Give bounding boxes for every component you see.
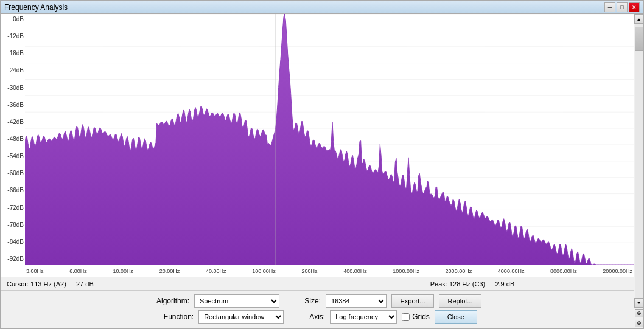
controls-row-2: Function: Rectangular windowHann windowH…: [7, 310, 628, 324]
x-axis-label: 100.00Hz: [252, 268, 276, 274]
controls-row-1: Algorithm: SpectrumPower SpectrumAutocor…: [7, 294, 628, 308]
y-axis-label: -42dB: [1, 119, 24, 125]
x-axis-label: 3.00Hz: [26, 268, 44, 274]
window-controls: ─ □ ✕: [604, 2, 640, 12]
status-bar: Cursor: 113 Hz (A2) = -27 dB Peak: 128 H…: [1, 277, 634, 290]
y-axis-label: 0dB: [1, 16, 24, 23]
x-axis-label: 400.00Hz: [343, 268, 367, 274]
chart-inner[interactable]: [25, 14, 634, 265]
x-axis-labels: 3.00Hz6.00Hz10.00Hz20.00Hz40.00Hz100.00H…: [25, 268, 634, 274]
close-button[interactable]: ✕: [629, 2, 640, 12]
zoom-icons: ⊕ ⊖: [635, 308, 643, 328]
zoom-out-icon[interactable]: ⊖: [635, 319, 643, 327]
frequency-analysis-window: Frequency Analysis ─ □ ✕ 0dB-12dB-18dB-2…: [0, 0, 644, 329]
content-area: 0dB-12dB-18dB-24dB-30dB-36dB-42dB-48dB-5…: [1, 14, 643, 328]
minimize-button[interactable]: ─: [604, 2, 615, 12]
x-axis-label: 10.00Hz: [113, 268, 133, 274]
y-axis-label: -24dB: [1, 68, 24, 74]
axis-label: Axis:: [289, 313, 325, 321]
grids-checkbox[interactable]: [402, 313, 410, 321]
replot-button[interactable]: Replot...: [439, 294, 481, 308]
scrollbar: ▲ ▼ ⊕ ⊖: [634, 14, 643, 328]
y-axis-label: -60dB: [1, 170, 24, 176]
zoom-in-icon[interactable]: ⊕: [635, 309, 643, 317]
x-axis-label: 20000.00Hz: [603, 268, 632, 274]
y-axis-label: -36dB: [1, 102, 24, 108]
algorithm-select[interactable]: SpectrumPower SpectrumAutocorrelation: [194, 294, 279, 308]
close-main-button[interactable]: Close: [435, 310, 477, 324]
scroll-down-icon[interactable]: ▼: [634, 298, 644, 308]
y-axis: 0dB-12dB-18dB-24dB-30dB-36dB-42dB-48dB-5…: [1, 14, 25, 265]
cursor-status: Cursor: 113 Hz (A2) = -27 dB: [7, 280, 317, 288]
chart-container: 0dB-12dB-18dB-24dB-30dB-36dB-42dB-48dB-5…: [1, 14, 634, 265]
x-axis-label: 40.00Hz: [206, 268, 226, 274]
y-axis-label: -30dB: [1, 85, 24, 91]
y-axis-label: -84dB: [1, 239, 24, 245]
x-axis-label: 6.00Hz: [69, 268, 87, 274]
grids-checkbox-area: Grids: [402, 313, 430, 321]
scroll-up-icon[interactable]: ▲: [634, 14, 644, 24]
x-axis-label: 4000.00Hz: [498, 268, 525, 274]
y-axis-label: -78dB: [1, 222, 24, 228]
maximize-button[interactable]: □: [617, 2, 628, 12]
y-axis-label: -18dB: [1, 50, 24, 57]
y-axis-label: -66dB: [1, 187, 24, 193]
x-axis-label: 20.00Hz: [159, 268, 180, 274]
x-axis-label: 8000.00Hz: [550, 268, 577, 274]
algorithm-label: Algorithm:: [153, 297, 189, 305]
function-label: Function:: [157, 313, 194, 321]
x-axis-label: 2000.00Hz: [446, 268, 472, 274]
function-select[interactable]: Rectangular windowHann windowHamming win…: [198, 310, 284, 324]
spectrum-canvas: [25, 14, 634, 265]
title-bar: Frequency Analysis ─ □ ✕: [1, 1, 643, 14]
x-axis-label: 1000.00Hz: [393, 268, 419, 274]
size-select[interactable]: 25651210242048409681921638432768: [326, 294, 387, 308]
scroll-track[interactable]: [635, 24, 643, 298]
axis-select[interactable]: Log frequencyLinear frequency: [330, 310, 397, 324]
x-axis-label: 200Hz: [301, 268, 317, 274]
window-title: Frequency Analysis: [4, 3, 604, 12]
y-axis-label: -48dB: [1, 136, 24, 142]
y-axis-label: -12dB: [1, 33, 24, 40]
y-axis-label: -92dB: [1, 256, 24, 262]
peak-status: Peak: 128 Hz (C3) = -2.9 dB: [317, 280, 628, 288]
controls-bar: Algorithm: SpectrumPower SpectrumAutocor…: [1, 290, 634, 328]
y-axis-label: -72dB: [1, 205, 24, 211]
grids-label: Grids: [412, 313, 430, 321]
export-button[interactable]: Export...: [391, 294, 434, 308]
chart-section: 0dB-12dB-18dB-24dB-30dB-36dB-42dB-48dB-5…: [1, 14, 634, 328]
y-axis-label: -54dB: [1, 153, 24, 159]
scroll-thumb[interactable]: [635, 27, 643, 51]
x-axis: 3.00Hz6.00Hz10.00Hz20.00Hz40.00Hz100.00H…: [1, 265, 634, 277]
size-label: Size:: [284, 297, 321, 305]
